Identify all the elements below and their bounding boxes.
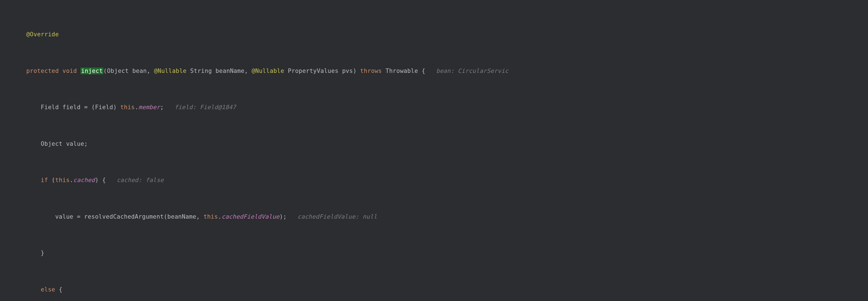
code-text: ) {	[95, 177, 106, 183]
keyword-else: else	[41, 286, 55, 293]
code-text: );	[279, 213, 287, 220]
field-cachedFieldValue: cachedFieldValue	[222, 213, 279, 220]
debug-inline-hint: field: Field@1847	[164, 104, 236, 110]
signature-part: String beanName,	[187, 68, 252, 74]
code-text: Object value;	[41, 140, 88, 147]
code-text: Field field = (Field)	[41, 104, 120, 110]
keyword-this: this	[55, 177, 70, 183]
code-line[interactable]: Object value;	[0, 139, 868, 149]
code-text: value = resolvedCachedArgument(beanName,	[55, 213, 204, 220]
code-line[interactable]: protected void inject(Object bean, @Null…	[0, 66, 868, 76]
dot: .	[135, 104, 138, 110]
keyword-this: this	[204, 213, 218, 220]
debug-inline-hint: bean: CircularServic	[425, 68, 508, 74]
brace: }	[41, 249, 44, 256]
keyword-this: this	[120, 104, 135, 110]
dot: .	[70, 177, 73, 183]
debug-inline-hint: cachedFieldValue: null	[287, 213, 377, 220]
method-name-highlight: inject	[81, 68, 103, 74]
signature-part: PropertyValues pvs)	[284, 68, 360, 74]
signature-part: Throwable {	[382, 68, 425, 74]
keyword-throws: throws	[360, 68, 382, 74]
annotation-nullable: @Nullable	[252, 68, 284, 74]
annotation-nullable: @Nullable	[154, 68, 187, 74]
code-line[interactable]: }	[0, 248, 868, 258]
code-line[interactable]: @Override	[0, 30, 868, 39]
code-text: (	[48, 177, 55, 183]
code-text: {	[55, 286, 63, 293]
semicolon: ;	[160, 104, 164, 110]
keyword-protected: protected	[26, 68, 59, 74]
field-cached: cached	[73, 177, 95, 183]
signature-part: (Object bean,	[103, 68, 154, 74]
code-line[interactable]: value = resolvedCachedArgument(beanName,…	[0, 212, 868, 222]
annotation: @Override	[26, 31, 59, 38]
code-editor[interactable]: @Override protected void inject(Object b…	[0, 0, 868, 301]
debug-inline-hint: cached: false	[106, 177, 164, 183]
dot: .	[218, 213, 222, 220]
keyword-if: if	[41, 177, 48, 183]
code-line[interactable]: Field field = (Field) this.member; field…	[0, 102, 868, 112]
keyword-void: void	[62, 68, 77, 74]
field-member: member	[138, 104, 160, 110]
code-line[interactable]: else {	[0, 285, 868, 295]
code-line[interactable]: if (this.cached) { cached: false	[0, 175, 868, 185]
